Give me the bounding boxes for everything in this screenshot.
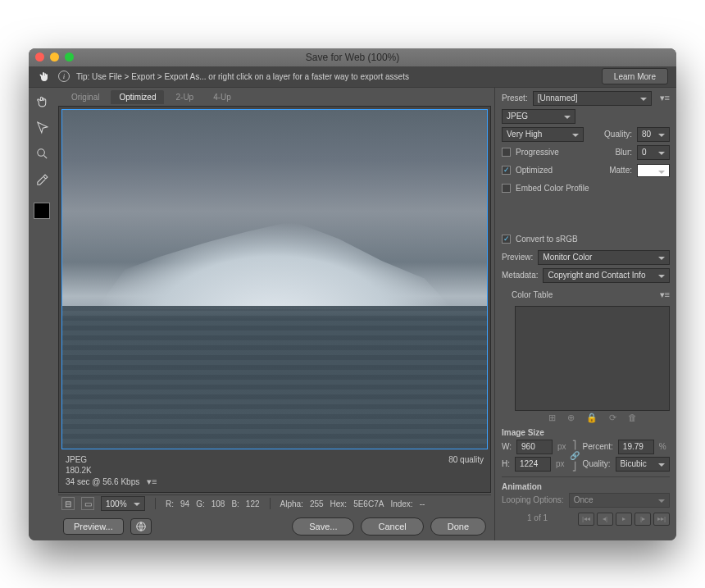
info-icon: i: [58, 71, 70, 82]
b-label: B:: [231, 499, 239, 508]
tool-strip: [29, 88, 55, 540]
preview-label: Preview:: [502, 253, 533, 262]
alpha-label: Alpha:: [280, 499, 303, 508]
color-table-icons: ⊞ ⊕ 🔒 ⟳ 🗑: [502, 413, 670, 423]
tip-bar: i Tip: Use File > Export > Export As... …: [29, 66, 676, 88]
r-value: 94: [180, 499, 189, 508]
tab-optimized[interactable]: Optimized: [111, 90, 164, 104]
ct-icon[interactable]: ⊕: [567, 413, 575, 423]
tab-original[interactable]: Original: [63, 90, 107, 104]
first-frame-button: |◂◂: [578, 513, 594, 526]
next-frame-button: |▸: [634, 513, 651, 526]
alpha-value: 255: [310, 499, 324, 508]
eyedropper-tool-icon[interactable]: [32, 171, 52, 189]
hex-value: 5E6C7A: [353, 499, 384, 508]
resample-select[interactable]: Bicubic: [616, 457, 670, 472]
h-unit: px: [556, 459, 565, 468]
hand-tool-icon[interactable]: [32, 93, 52, 111]
preset-label: Preset:: [502, 93, 528, 103]
done-button[interactable]: Done: [430, 517, 486, 536]
looping-select: Once: [569, 493, 670, 508]
ct-icon[interactable]: 🗑: [628, 413, 637, 423]
cancel-button[interactable]: Cancel: [361, 517, 423, 536]
convert-srgb-checkbox[interactable]: [502, 235, 511, 244]
g-label: G:: [196, 499, 205, 508]
matte-select[interactable]: [637, 164, 670, 177]
preview-menu-icon[interactable]: ▾≡: [147, 476, 157, 487]
hex-label: Hex:: [330, 499, 348, 508]
constrain-icon[interactable]: 🔗: [570, 451, 580, 460]
info-size: 180.2K: [66, 466, 484, 475]
svg-point-0: [37, 149, 44, 157]
learn-more-button[interactable]: Learn More: [602, 68, 668, 84]
settings-panel: Preset: [Unnamed] ▾≡ JPEG Very High Qual…: [494, 88, 676, 540]
optimized-label: Optimized: [516, 166, 553, 175]
slice-select-tool-icon[interactable]: [32, 119, 52, 137]
h-label: H:: [502, 459, 510, 468]
hand-tool-icon[interactable]: [37, 69, 52, 84]
fit-screen-icon[interactable]: ▭: [81, 497, 94, 510]
image-size-header: Image Size: [502, 428, 544, 437]
preset-select[interactable]: [Unnamed]: [533, 91, 652, 106]
info-time: 34 sec @ 56.6 Kbps: [66, 477, 139, 486]
ct-icon[interactable]: 🔒: [586, 413, 598, 423]
bottom-bar: Preview... Save... Cancel Done: [58, 513, 491, 540]
metadata-select[interactable]: Copyright and Contact Info: [543, 268, 670, 283]
width-input[interactable]: 960: [516, 440, 553, 454]
w-label: W:: [502, 442, 512, 451]
w-unit: px: [557, 442, 566, 451]
preview-select[interactable]: Monitor Color: [538, 250, 670, 265]
resample-label: Quality:: [583, 459, 611, 468]
ct-icon[interactable]: ⊞: [548, 413, 556, 423]
quality-input[interactable]: 80: [637, 127, 670, 142]
preview-button[interactable]: Preview...: [63, 518, 124, 535]
browser-preview-dropdown[interactable]: [130, 518, 152, 535]
embed-profile-label: Embed Color Profile: [516, 184, 589, 193]
metadata-label: Metadata:: [502, 271, 538, 280]
blur-label: Blur:: [615, 148, 632, 157]
preset-flyout-icon[interactable]: ▾≡: [660, 93, 670, 103]
zoom-tool-icon[interactable]: [32, 145, 52, 163]
ct-icon[interactable]: ⟳: [609, 413, 616, 423]
r-label: R:: [166, 499, 174, 508]
prev-frame-button: ◂|: [597, 513, 613, 526]
index-label: Index:: [390, 499, 412, 508]
animation-header: Animation: [502, 482, 542, 491]
convert-srgb-label: Convert to sRGB: [516, 235, 578, 244]
blur-input[interactable]: 0: [637, 145, 670, 160]
zoom-select[interactable]: 100%: [101, 496, 145, 511]
window-title: Save for Web (100%): [29, 52, 676, 63]
save-for-web-window: Save for Web (100%) i Tip: Use File > Ex…: [29, 48, 676, 540]
color-table-flyout-icon[interactable]: ▾≡: [660, 289, 670, 300]
progressive-label: Progressive: [516, 148, 559, 157]
status-bar: ⊟ ▭ 100% R:94 G:108 B:122 Alpha:255 Hex:…: [58, 495, 491, 513]
info-format: JPEG: [66, 455, 87, 464]
quality-preset-select[interactable]: Very High: [502, 127, 584, 142]
percent-input[interactable]: 19.79: [618, 440, 654, 454]
color-table: [515, 306, 670, 411]
save-button[interactable]: Save...: [292, 517, 354, 536]
matte-label: Matte:: [609, 166, 632, 175]
color-table-label: Color Table: [512, 290, 553, 299]
titlebar: Save for Web (100%): [29, 48, 676, 66]
play-button: ▸: [616, 513, 632, 526]
preview-info: JPEG 80 quality 180.2K 34 sec @ 56.6 Kbp…: [59, 452, 490, 492]
eyedropper-color-swatch[interactable]: [34, 203, 50, 219]
orig-size-icon[interactable]: ⊟: [61, 497, 75, 510]
tip-text: Tip: Use File > Export > Export As... or…: [76, 72, 595, 81]
embed-profile-checkbox[interactable]: [502, 184, 511, 193]
b-value: 122: [246, 499, 260, 508]
optimized-checkbox[interactable]: [502, 166, 511, 175]
percent-unit: %: [659, 442, 666, 451]
height-input[interactable]: 1224: [515, 457, 551, 472]
format-select[interactable]: JPEG: [502, 109, 575, 124]
center-pane: Original Optimized 2-Up 4-Up JPEG 80 qua…: [55, 88, 494, 540]
last-frame-button: ▸▸|: [653, 513, 670, 526]
progressive-checkbox[interactable]: [502, 148, 511, 157]
preview-image[interactable]: [61, 109, 488, 449]
tab-2up[interactable]: 2-Up: [167, 90, 202, 104]
quality-label: Quality:: [604, 130, 632, 139]
frame-indicator: 1 of 1: [502, 513, 573, 522]
info-quality: 80 quality: [448, 455, 484, 464]
tab-4up[interactable]: 4-Up: [205, 90, 239, 104]
